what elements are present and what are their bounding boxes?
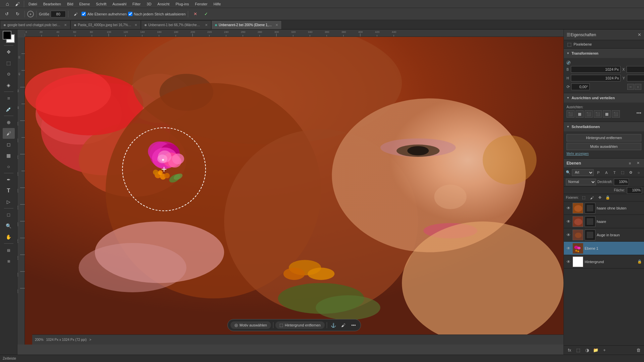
magic-select-tool[interactable]: ◈ — [3, 80, 15, 90]
layer-item-haare-ohne-bluten[interactable]: 👁 haare ohne bluten — [564, 201, 644, 215]
layer-del-btn[interactable]: 🗑 — [635, 347, 642, 354]
crop-tool[interactable]: ⌗ — [3, 93, 15, 104]
layer-eye-5[interactable]: 👁 — [566, 259, 571, 264]
zoom-tool[interactable]: 🔍 — [3, 221, 15, 231]
tab-2-close[interactable]: ✕ — [135, 23, 137, 27]
layer-eye-2[interactable]: 👁 — [566, 219, 571, 224]
filter-btn-5[interactable]: ✿ — [627, 169, 634, 176]
undo-btn[interactable]: ↺ — [2, 9, 11, 19]
eigenschaften-close-icon[interactable]: ✕ — [638, 32, 641, 37]
menu-plugins[interactable]: Plug-ins — [173, 1, 192, 7]
layer-eye-4[interactable]: 👁 — [566, 246, 571, 251]
menu-ansicht[interactable]: Ansicht — [155, 1, 172, 7]
align-bottom-btn[interactable]: ⬛ — [612, 110, 620, 118]
text-tool[interactable]: T — [3, 185, 15, 196]
alle-ebenen-label[interactable]: Alle Ebenen aufnehmen — [82, 12, 126, 16]
schnellaktionen-header[interactable]: ▼ Schnellaktionen — [564, 122, 644, 131]
extra-btn-1[interactable]: ▤ — [3, 245, 15, 255]
brush-tool-menu[interactable]: 🖌 — [13, 0, 22, 9]
home-btn[interactable]: ⌂ — [3, 0, 12, 9]
layers-collapse-btn[interactable]: ≡ — [627, 160, 633, 167]
nach-jedem-strich-checkbox[interactable] — [128, 12, 132, 16]
layer-new-btn[interactable]: + — [601, 347, 608, 354]
color-swatches[interactable] — [3, 31, 15, 43]
align-more-btn[interactable]: ••• — [636, 110, 641, 118]
menu-filter[interactable]: Filter — [130, 1, 143, 7]
menu-bearbeiten[interactable]: Bearbeiten — [41, 1, 64, 7]
pen-tool[interactable]: ✒ — [3, 174, 15, 185]
lasso-tool[interactable]: ⊙ — [3, 69, 15, 79]
link-icon[interactable]: 🔗 — [567, 61, 571, 65]
flip-v-btn[interactable]: ↕ — [635, 84, 641, 90]
alle-ebenen-checkbox[interactable] — [82, 12, 86, 16]
motiv-auswaehlen-btn[interactable]: ◎ Motiv auswählen — [230, 321, 271, 329]
paint-btn[interactable]: 🖌 — [339, 321, 348, 329]
foreground-color[interactable] — [3, 31, 11, 40]
fix-move-btn[interactable]: ✥ — [597, 195, 603, 201]
flaeche-input[interactable] — [627, 187, 642, 194]
flip-h-btn[interactable]: ↔ — [627, 84, 634, 90]
new-btn[interactable]: + — [27, 11, 34, 17]
redo-btn[interactable]: ↻ — [13, 9, 22, 19]
move-tool[interactable]: ✥ — [3, 47, 15, 57]
menu-schrift[interactable]: Schrift — [93, 1, 109, 7]
nach-jedem-strich-label[interactable]: Nach jedem Strich aktualisieren — [128, 12, 186, 16]
align-left-btn[interactable]: ⬛ — [567, 110, 575, 118]
menu-bild[interactable]: Bild — [64, 1, 76, 7]
layer-fx-btn[interactable]: fx — [566, 347, 573, 354]
dodge-tool[interactable]: ○ — [3, 161, 15, 172]
select-rect-tool[interactable]: ⬚ — [3, 58, 15, 68]
layers-close-btn[interactable]: ✕ — [635, 160, 641, 167]
y-input[interactable] — [627, 75, 644, 81]
filter-btn-1[interactable]: P — [595, 169, 602, 176]
menu-datei[interactable]: Datei — [26, 1, 40, 7]
tab-4-close[interactable]: ✕ — [275, 23, 278, 27]
canvas-area[interactable]: 0 20 40 60 80 100 120 140 — [17, 29, 564, 355]
brush-tool[interactable]: 🖌 — [3, 128, 15, 139]
canvas-content[interactable]: ◎ Motiv auswählen ⬚ Hintergrund entferne… — [25, 37, 564, 345]
brush-mode-btn[interactable]: 🖌 — [71, 9, 80, 19]
eraser-tool[interactable]: ◻ — [3, 139, 15, 150]
eyedropper-tool[interactable]: 💉 — [3, 104, 15, 115]
tab-1-close[interactable]: ✕ — [64, 23, 67, 27]
cancel-btn[interactable]: ✕ — [191, 9, 200, 19]
layer-item-haare[interactable]: 👁 haare — [564, 215, 644, 228]
tab-2[interactable]: Pasta_03_4000px.jpeg bei 16,7% (Generati… — [70, 20, 141, 29]
tab-3[interactable]: Unbenannt-1 bei 66,7% (Märchenwald, RGB/… — [141, 20, 211, 29]
layer-adj-btn[interactable]: ◑ — [583, 347, 591, 354]
layer-eye-1[interactable]: 👁 — [566, 205, 571, 211]
opacity-input[interactable] — [614, 179, 629, 185]
brush-size-input[interactable] — [51, 11, 66, 17]
schnell-motiv-btn[interactable]: Motiv auswählen — [567, 143, 641, 150]
mehr-anzeigen-link[interactable]: Mehr anzeigen — [567, 152, 589, 156]
menu-auswahl[interactable]: Auswahl — [110, 1, 129, 7]
layer-item-ebene1[interactable]: 👁 Ebene 1 — [564, 242, 644, 255]
align-header[interactable]: ▼ Ausrichten und verteilen — [564, 93, 644, 103]
layer-item-hintergrund[interactable]: 👁 Hintergrund 🔒 — [564, 255, 644, 268]
x-input[interactable] — [627, 66, 644, 73]
tab-1[interactable]: google bard und chatgpt.psdc bei 66,7% (… — [0, 20, 70, 29]
h-input[interactable] — [571, 75, 621, 81]
layer-group-btn[interactable]: 📁 — [592, 347, 599, 354]
fix-all-btn[interactable]: 🔒 — [605, 195, 611, 201]
filter-toggle-btn[interactable]: ○ — [635, 169, 642, 176]
menu-fenster[interactable]: Fenster — [192, 1, 210, 7]
anchor-btn[interactable]: ⚓ — [329, 321, 338, 329]
gradient-tool[interactable]: ▦ — [3, 150, 15, 161]
align-top-btn[interactable]: ⬛ — [594, 110, 602, 118]
menu-3d[interactable]: 3D — [144, 1, 154, 7]
filter-select[interactable]: Art Name Effekt — [572, 169, 594, 176]
filter-btn-4[interactable]: ⬚ — [619, 169, 626, 176]
hintergrund-entfernen-btn[interactable]: ⬚ Hintergrund entfernen — [275, 321, 325, 329]
tab-3-close[interactable]: ✕ — [205, 23, 208, 27]
layer-item-auge[interactable]: 👁 Auge in braun — [564, 228, 644, 242]
b-input[interactable] — [571, 66, 621, 73]
hand-tool[interactable]: ✋ — [3, 232, 15, 242]
tab-4[interactable]: Unbenannt-2 bei 200% (Ebene 1, RGB/8#) ✕ — [211, 20, 282, 29]
angle-input[interactable] — [571, 83, 590, 90]
blend-mode-select[interactable]: Normal Multiplizieren Abblenden — [566, 179, 596, 185]
fix-pos-btn[interactable]: ⬚ — [581, 195, 587, 201]
filter-btn-3[interactable]: T — [611, 169, 618, 176]
menu-hilfe[interactable]: Hilfe — [211, 1, 223, 7]
path-select-tool[interactable]: ▷ — [3, 196, 15, 207]
